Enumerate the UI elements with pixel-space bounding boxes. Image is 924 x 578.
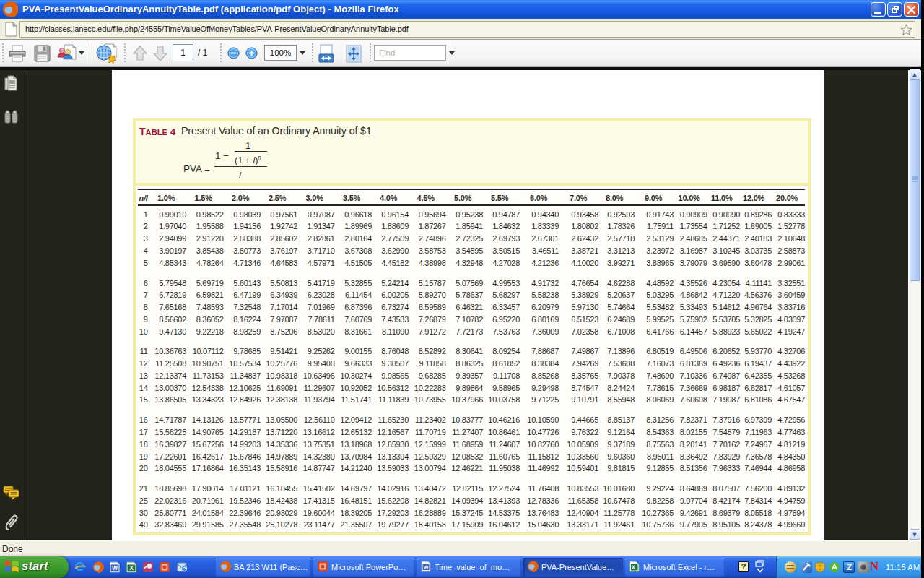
svg-text:W: W [424, 565, 429, 570]
svg-text:W: W [112, 564, 118, 571]
svg-text:X: X [129, 564, 134, 571]
